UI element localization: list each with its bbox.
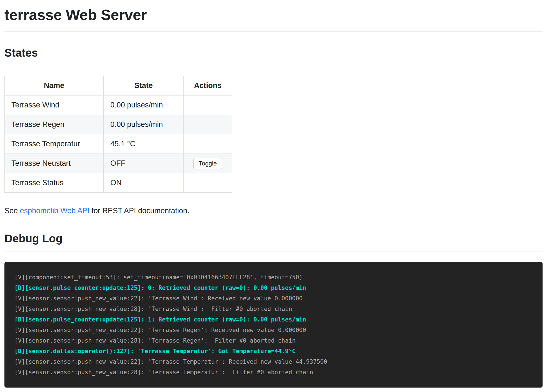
log-line: [D][sensor.dallas:operator():127]: 'Terr… xyxy=(14,346,537,356)
state-name-cell: Terrasse Neustart xyxy=(5,154,104,173)
log-line: [V][sensor.sensor:push_new_value:22]: 'T… xyxy=(14,293,537,304)
state-name-cell: Terrasse Wind xyxy=(5,96,104,115)
toggle-button[interactable]: Toggle xyxy=(193,158,222,169)
state-name-cell: Terrasse Status xyxy=(5,173,104,193)
state-actions-cell: Toggle xyxy=(184,154,232,173)
esphomelib-web-api-link[interactable]: esphomelib Web API xyxy=(20,207,89,215)
column-header-actions: Actions xyxy=(184,76,232,96)
state-actions-cell xyxy=(184,115,232,134)
table-row: Terrasse Neustart OFF Toggle xyxy=(5,154,232,173)
column-header-name: Name xyxy=(5,76,104,96)
state-value-cell: 45.1 °C xyxy=(104,134,184,154)
table-row: Terrasse Status ON xyxy=(5,173,232,193)
api-note-prefix: See xyxy=(4,207,20,215)
state-actions-cell xyxy=(184,134,232,154)
state-name-cell: Terrasse Temperatur xyxy=(5,134,104,154)
api-note-suffix: for REST API documentation. xyxy=(89,207,190,215)
state-value-cell: 0.00 pulses/min xyxy=(104,115,184,134)
state-actions-cell xyxy=(184,173,232,193)
api-note: See esphomelib Web API for REST API docu… xyxy=(4,207,543,215)
log-line: [D][sensor.pulse_counter:update:125]: 1:… xyxy=(14,314,537,325)
state-value-cell: 0.00 pulses/min xyxy=(104,96,184,115)
log-line: [V][sensor.sensor:push_new_value:22]: 'T… xyxy=(14,356,537,367)
table-row: Terrasse Temperatur 45.1 °C xyxy=(5,134,232,154)
table-row: Terrasse Wind 0.00 pulses/min xyxy=(5,96,232,115)
table-header-row: Name State Actions xyxy=(5,76,232,96)
state-actions-cell xyxy=(184,96,232,115)
table-row: Terrasse Regen 0.00 pulses/min xyxy=(5,115,232,134)
states-section-heading: States xyxy=(4,47,543,66)
log-line: [D][sensor.pulse_counter:update:125]: 0:… xyxy=(14,283,537,293)
log-line: [V][sensor.sensor:push_new_value:28]: 'T… xyxy=(14,367,537,378)
column-header-state: State xyxy=(104,76,184,96)
log-line: [V][sensor.sensor:push_new_value:28]: 'T… xyxy=(14,304,537,314)
debug-log-section-heading: Debug Log xyxy=(4,232,543,252)
debug-log-console: [V][component:set_timeout:53]: set_timeo… xyxy=(4,262,543,388)
log-line: [V][sensor.sensor:push_new_value:28]: 'T… xyxy=(14,335,537,346)
state-name-cell: Terrasse Regen xyxy=(5,115,104,134)
page-title: terrasse Web Server xyxy=(4,0,543,32)
log-line: [V][sensor.sensor:push_new_value:22]: 'T… xyxy=(14,325,537,335)
state-value-cell: OFF xyxy=(104,154,184,173)
state-value-cell: ON xyxy=(104,173,184,193)
log-line: [V][component:set_timeout:53]: set_timeo… xyxy=(14,272,537,283)
states-table: Name State Actions Terrasse Wind 0.00 pu… xyxy=(4,76,232,193)
